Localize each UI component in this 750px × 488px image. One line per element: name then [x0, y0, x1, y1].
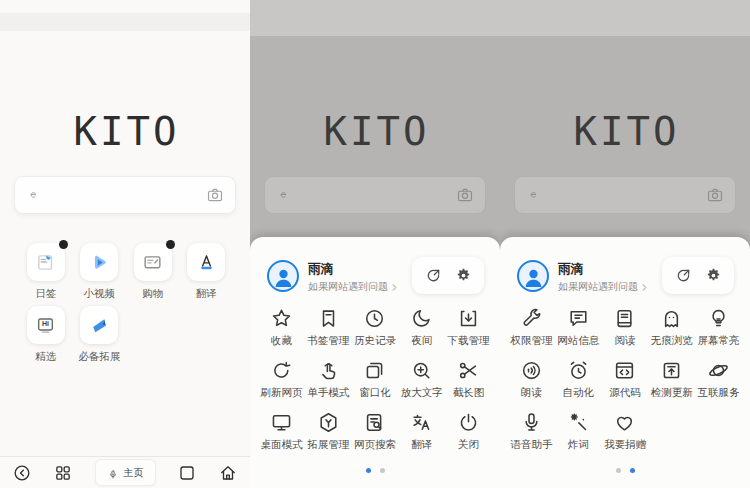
search-engine-icon — [276, 188, 291, 203]
search-bar-dimmed — [264, 176, 486, 214]
item-label: 互联服务 — [698, 385, 740, 400]
search-bar-dimmed — [514, 176, 736, 214]
menu-item-update-box[interactable]: 检测更新 — [648, 355, 695, 407]
phone-menu-panel-2: KITO 雨滴 如果网站遇到问题 权限管理网站信息阅读无痕浏览屏幕常亮朗读自动化… — [500, 0, 750, 488]
mic-icon[interactable] — [107, 467, 119, 479]
status-band — [0, 13, 250, 31]
quick-actions-card — [412, 257, 484, 294]
menu-item-sparkle-wand[interactable]: 炸词 — [555, 407, 602, 459]
menu-sheet: 雨滴 如果网站遇到问题 收藏书签管理历史记录夜间下载管理刷新网页单手模式窗口化放… — [250, 237, 500, 488]
menu-item-read-aloud[interactable]: 朗读 — [508, 355, 555, 407]
avatar[interactable] — [267, 260, 299, 292]
book-icon — [613, 303, 636, 333]
item-label: 权限管理 — [510, 333, 552, 348]
search-bar[interactable] — [14, 176, 236, 214]
item-label: 窗口化 — [359, 385, 391, 400]
item-label: 朗读 — [521, 385, 542, 400]
menu-item-alarm-clock[interactable]: 自动化 — [555, 355, 602, 407]
item-label: 翻译 — [196, 287, 217, 301]
svg-text:Hi: Hi — [42, 320, 49, 327]
user-subtitle-text: 如果网站遇到问题 — [558, 280, 638, 294]
menu-item-source-code[interactable]: 源代码 — [602, 355, 649, 407]
share-icon[interactable] — [675, 267, 692, 284]
menu-item-moon[interactable]: 夜间 — [398, 303, 445, 355]
shortcut-translate-a[interactable]: 翻译 — [180, 243, 234, 301]
app-logo: KITO — [0, 112, 250, 152]
menu-item-book[interactable]: 阅读 — [602, 303, 649, 355]
page-dot-active[interactable] — [630, 468, 635, 473]
page-dot[interactable] — [380, 468, 385, 473]
ghost-icon — [660, 303, 683, 333]
tabs-icon[interactable] — [177, 463, 197, 483]
menu-item-power[interactable]: 关闭 — [445, 407, 492, 459]
page-dot[interactable] — [616, 468, 621, 473]
shortcut-play-video[interactable]: 小视频 — [73, 243, 127, 301]
camera-search-icon — [706, 186, 724, 204]
alarm-clock-icon — [567, 355, 590, 385]
page-dot-active[interactable] — [366, 468, 371, 473]
notification-dot-badge — [59, 240, 68, 249]
item-label: 自动化 — [562, 385, 594, 400]
user-subtitle[interactable]: 如果网站遇到问题 — [308, 280, 399, 294]
back-icon[interactable] — [12, 463, 32, 483]
item-label: 检测更新 — [651, 385, 693, 400]
item-label: 日签 — [35, 287, 56, 301]
desktop-icon — [270, 407, 293, 437]
item-label: 小视频 — [84, 287, 116, 301]
phone-home-panel: KITO 日签小视频购物翻译 Hi精选必备拓展 主页 — [0, 0, 250, 488]
menu-item-download[interactable]: 下载管理 — [445, 303, 492, 355]
menu-item-scissors[interactable]: 截长图 — [445, 355, 492, 407]
home-address-pill[interactable]: 主页 — [95, 459, 156, 486]
settings-gear-icon[interactable] — [455, 267, 472, 284]
item-label: 下载管理 — [448, 333, 490, 348]
power-icon — [457, 407, 480, 437]
item-label: 关闭 — [458, 437, 479, 452]
user-subtitle[interactable]: 如果网站遇到问题 — [558, 280, 649, 294]
hi-box-icon: Hi — [27, 306, 65, 344]
grid-menu-icon[interactable] — [53, 463, 73, 483]
search-engine-icon[interactable] — [26, 188, 41, 203]
menu-item-microphone[interactable]: 语音助手 — [508, 407, 555, 459]
home-icon[interactable] — [218, 463, 238, 483]
item-label: 截长图 — [453, 385, 485, 400]
share-icon[interactable] — [425, 267, 442, 284]
menu-item-refresh[interactable]: 刷新网页 — [258, 355, 305, 407]
camera-search-icon[interactable] — [206, 186, 224, 204]
menu-item-wrench[interactable]: 权限管理 — [508, 303, 555, 355]
menu-item-translate[interactable]: 翻译 — [398, 407, 445, 459]
item-label: 我要捐赠 — [604, 437, 646, 452]
item-label: 拓展管理 — [307, 437, 349, 452]
menu-item-clock[interactable]: 历史记录 — [352, 303, 399, 355]
shortcut-extension-arrow[interactable]: 必备拓展 — [73, 306, 127, 364]
menu-item-planet[interactable]: 互联服务 — [695, 355, 742, 407]
shortcut-note-pen[interactable]: 日签 — [19, 243, 73, 301]
user-name[interactable]: 雨滴 — [308, 261, 333, 278]
item-label: 放大文字 — [401, 385, 443, 400]
settings-gear-icon[interactable] — [705, 267, 722, 284]
menu-item-bubble-info[interactable]: 网站信息 — [555, 303, 602, 355]
menu-item-doc-search[interactable]: 网页搜索 — [352, 407, 399, 459]
menu-item-heart[interactable]: 我要捐赠 — [602, 407, 649, 459]
bottom-nav: 主页 — [0, 456, 250, 488]
menu-item-hexagon-y[interactable]: 拓展管理 — [305, 407, 352, 459]
avatar[interactable] — [517, 260, 549, 292]
menu-item-star[interactable]: 收藏 — [258, 303, 305, 355]
menu-item-zoom-text[interactable]: 放大文字 — [398, 355, 445, 407]
bookmark-icon — [317, 303, 340, 333]
item-label: 网页搜索 — [354, 437, 396, 452]
menu-item-bookmark[interactable]: 书签管理 — [305, 303, 352, 355]
heart-icon — [613, 407, 636, 437]
bubble-info-icon — [567, 303, 590, 333]
chevron-right-icon — [640, 283, 649, 292]
shortcut-hi-box[interactable]: Hi精选 — [19, 306, 73, 364]
play-video-icon — [80, 243, 118, 281]
menu-item-ghost[interactable]: 无痕浏览 — [648, 303, 695, 355]
menu-item-desktop[interactable]: 桌面模式 — [258, 407, 305, 459]
menu-item-one-hand[interactable]: 单手模式 — [305, 355, 352, 407]
user-name[interactable]: 雨滴 — [558, 261, 583, 278]
item-label: 网站信息 — [557, 333, 599, 348]
shortcut-row-2: Hi精选必备拓展 — [19, 306, 126, 364]
menu-item-windowed[interactable]: 窗口化 — [352, 355, 399, 407]
shortcut-shop-card[interactable]: 购物 — [126, 243, 180, 301]
menu-item-bulb[interactable]: 屏幕常亮 — [695, 303, 742, 355]
